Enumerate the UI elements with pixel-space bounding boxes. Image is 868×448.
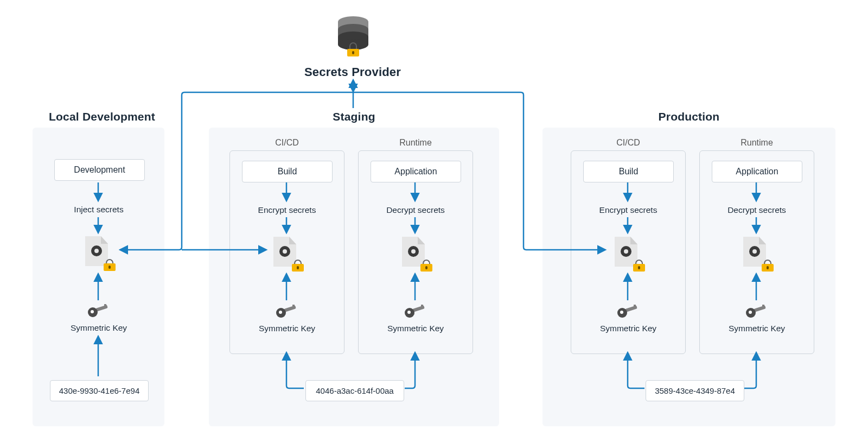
env-local: Local Development Development Inject sec… — [33, 128, 164, 426]
config-file-lock-icon — [85, 236, 112, 269]
config-file-lock-icon — [402, 237, 429, 269]
box-app-prod: Application — [712, 161, 802, 182]
panel-title-cicd-prod: CI/CD — [571, 138, 685, 148]
panel-title-runtime: Runtime — [359, 138, 473, 148]
action-encrypt-staging: Encrypt secrets — [233, 205, 341, 215]
key-icon — [88, 304, 110, 318]
key-label-staging-cicd: Symmetric Key — [233, 324, 341, 333]
action-inject: Inject secrets — [44, 205, 153, 214]
diagram-canvas: Secrets Provider Local Development Devel… — [22, 11, 846, 434]
action-encrypt-prod: Encrypt secrets — [574, 205, 682, 215]
svg-point-8 — [94, 249, 99, 253]
box-development: Development — [54, 159, 145, 181]
env-title-production: Production — [542, 110, 835, 123]
env-title-local: Local Development — [33, 110, 181, 123]
box-build-staging: Build — [242, 161, 333, 182]
config-file-lock-icon — [273, 237, 301, 269]
key-icon — [405, 305, 426, 319]
database-lock-icon — [334, 15, 372, 59]
box-build-prod: Build — [583, 161, 674, 182]
env-title-staging: Staging — [209, 110, 499, 123]
key-icon — [746, 305, 768, 319]
env-production: Production CI/CD Build Encrypt secrets S… — [542, 128, 835, 426]
key-value-staging: 4046-a3ac-614f-00aa — [305, 380, 404, 401]
config-file-lock-icon — [743, 237, 770, 269]
env-staging: Staging CI/CD Build Encrypt secrets Symm… — [209, 128, 499, 426]
svg-point-16 — [752, 249, 757, 254]
svg-point-14 — [624, 249, 628, 254]
secrets-provider-label: Secrets Provider — [271, 65, 434, 79]
key-label-prod-cicd: Symmetric Key — [574, 324, 682, 333]
svg-point-12 — [411, 249, 416, 254]
key-label-prod-runtime: Symmetric Key — [703, 324, 811, 333]
svg-point-10 — [283, 249, 287, 254]
key-label-local: Symmetric Key — [44, 323, 153, 333]
box-app-staging: Application — [371, 161, 461, 182]
panel-staging-cicd: CI/CD Build Encrypt secrets Symmetric Ke… — [229, 150, 344, 354]
key-value-prod: 3589-43ce-4349-87e4 — [646, 380, 744, 401]
key-icon — [276, 305, 298, 319]
panel-prod-cicd: CI/CD Build Encrypt secrets Symmetric Ke… — [571, 150, 686, 354]
panel-staging-runtime: Runtime Application Decrypt secrets Symm… — [358, 150, 473, 354]
action-decrypt-prod: Decrypt secrets — [703, 205, 811, 215]
action-decrypt-staging: Decrypt secrets — [361, 205, 470, 215]
panel-title-runtime-prod: Runtime — [700, 138, 814, 148]
panel-title-cicd: CI/CD — [230, 138, 344, 148]
panel-prod-runtime: Runtime Application Decrypt secrets Symm… — [699, 150, 814, 354]
config-file-lock-icon — [615, 237, 642, 269]
key-icon — [617, 305, 639, 319]
key-value-local: 430e-9930-41e6-7e94 — [50, 380, 149, 401]
key-label-staging-runtime: Symmetric Key — [361, 324, 470, 333]
